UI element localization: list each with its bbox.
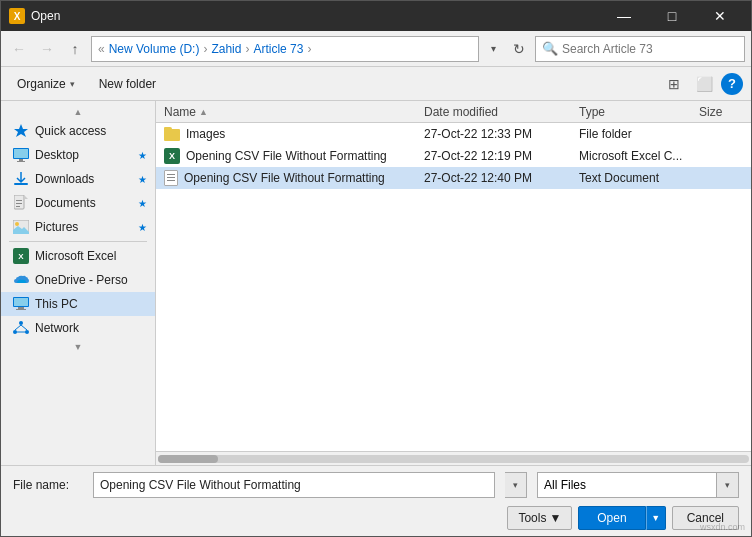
txt-file-icon bbox=[164, 170, 178, 186]
svg-rect-3 bbox=[19, 159, 23, 161]
file-type-images: File folder bbox=[579, 127, 699, 141]
breadcrumb-dropdown-button[interactable]: ▾ bbox=[483, 36, 503, 62]
window-title: Open bbox=[31, 9, 601, 23]
search-icon: 🔍 bbox=[542, 41, 558, 56]
svg-point-11 bbox=[15, 222, 19, 226]
desktop-pin-icon: ★ bbox=[138, 150, 147, 161]
filename-input-wrap bbox=[93, 472, 495, 498]
scroll-thumb[interactable] bbox=[158, 455, 218, 463]
sort-arrow-icon: ▲ bbox=[199, 107, 208, 117]
breadcrumb-folder1[interactable]: Zahid bbox=[211, 42, 241, 56]
back-button[interactable]: ← bbox=[7, 37, 31, 61]
filename-input[interactable] bbox=[93, 472, 495, 498]
breadcrumb-sep1: « bbox=[98, 42, 105, 56]
minimize-button[interactable]: — bbox=[601, 1, 647, 31]
sidebar-label-documents: Documents bbox=[35, 196, 96, 210]
svg-rect-2 bbox=[14, 149, 28, 158]
up-button[interactable]: ↑ bbox=[63, 37, 87, 61]
search-box: 🔍 bbox=[535, 36, 745, 62]
breadcrumb-folder2[interactable]: Article 73 bbox=[253, 42, 303, 56]
filename-label: File name: bbox=[13, 478, 83, 492]
file-list: Images 27-Oct-22 12:33 PM File folder X … bbox=[156, 123, 751, 451]
svg-rect-5 bbox=[14, 183, 28, 185]
organize-dropdown-icon: ▾ bbox=[70, 79, 75, 89]
action-row: Tools ▼ Open ▼ Cancel bbox=[13, 506, 739, 530]
sidebar-item-onedrive[interactable]: OneDrive - Perso bbox=[1, 268, 155, 292]
tools-button[interactable]: Tools ▼ bbox=[507, 506, 572, 530]
col-header-type[interactable]: Type bbox=[579, 105, 699, 119]
svg-rect-4 bbox=[17, 161, 25, 162]
svg-line-19 bbox=[15, 325, 21, 330]
sidebar-scroll-up: ▲ bbox=[1, 105, 155, 119]
file-date-images: 27-Oct-22 12:33 PM bbox=[424, 127, 579, 141]
filetype-dropdown-button[interactable]: ▾ bbox=[717, 472, 739, 498]
toolbar: Organize ▾ New folder ⊞ ⬜ ? bbox=[1, 67, 751, 101]
sidebar-label-pictures: Pictures bbox=[35, 220, 78, 234]
breadcrumb-drive[interactable]: New Volume (D:) bbox=[109, 42, 200, 56]
refresh-button[interactable]: ↻ bbox=[507, 37, 531, 61]
filename-dropdown-button[interactable]: ▾ bbox=[505, 472, 527, 498]
pane-button[interactable]: ⬜ bbox=[691, 71, 717, 97]
desktop-icon bbox=[13, 147, 29, 163]
file-name-txt-csv: Opening CSV File Without Formatting bbox=[164, 170, 424, 186]
onedrive-icon bbox=[13, 272, 29, 288]
file-name-images: Images bbox=[164, 127, 424, 141]
breadcrumb-arrow2: › bbox=[245, 42, 249, 56]
sidebar-item-pictures[interactable]: Pictures ★ bbox=[1, 215, 155, 239]
maximize-button[interactable]: □ bbox=[649, 1, 695, 31]
filename-row: File name: ▾ All Files CSV Files (*.csv)… bbox=[13, 472, 739, 498]
svg-line-20 bbox=[21, 325, 27, 330]
file-date-excel-csv: 27-Oct-22 12:19 PM bbox=[424, 149, 579, 163]
filetype-select-wrap: All Files CSV Files (*.csv) Text Files (… bbox=[537, 472, 739, 498]
sidebar-label-network: Network bbox=[35, 321, 79, 335]
window-controls: — □ ✕ bbox=[601, 1, 743, 31]
organize-button[interactable]: Organize ▾ bbox=[9, 74, 83, 94]
col-header-date[interactable]: Date modified bbox=[424, 105, 579, 119]
new-folder-button[interactable]: New folder bbox=[91, 74, 164, 94]
downloads-pin-icon: ★ bbox=[138, 174, 147, 185]
svg-rect-7 bbox=[16, 200, 22, 201]
sidebar-item-quick-access[interactable]: Quick access bbox=[1, 119, 155, 143]
open-button[interactable]: Open bbox=[578, 506, 645, 530]
col-header-size[interactable]: Size bbox=[699, 105, 743, 119]
sidebar-item-desktop[interactable]: Desktop ★ bbox=[1, 143, 155, 167]
network-icon bbox=[13, 320, 29, 336]
breadcrumb-arrow1: › bbox=[203, 42, 207, 56]
title-bar: X Open — □ ✕ bbox=[1, 1, 751, 31]
open-button-wrap: Open ▼ bbox=[578, 506, 665, 530]
watermark: wsxdn.com bbox=[700, 522, 745, 532]
filetype-select[interactable]: All Files CSV Files (*.csv) Text Files (… bbox=[537, 472, 717, 498]
svg-point-16 bbox=[19, 321, 23, 325]
app-icon: X bbox=[9, 8, 25, 24]
sidebar-item-microsoft-excel[interactable]: X Microsoft Excel bbox=[1, 244, 155, 268]
horizontal-scrollbar[interactable] bbox=[156, 451, 751, 465]
view-mode-button[interactable]: ⊞ bbox=[661, 71, 687, 97]
help-button[interactable]: ? bbox=[721, 73, 743, 95]
sidebar-item-this-pc[interactable]: This PC bbox=[1, 292, 155, 316]
file-table-header: Name ▲ Date modified Type Size bbox=[156, 101, 751, 123]
main-content: ▲ Quick access Desktop ★ Down bbox=[1, 101, 751, 465]
toolbar-right: ⊞ ⬜ ? bbox=[661, 71, 743, 97]
forward-button[interactable]: → bbox=[35, 37, 59, 61]
sidebar-label-downloads: Downloads bbox=[35, 172, 94, 186]
table-row[interactable]: Images 27-Oct-22 12:33 PM File folder bbox=[156, 123, 751, 145]
table-row[interactable]: X Opening CSV File Without Formatting 27… bbox=[156, 145, 751, 167]
sidebar: ▲ Quick access Desktop ★ Down bbox=[1, 101, 156, 465]
sidebar-item-documents[interactable]: Documents ★ bbox=[1, 191, 155, 215]
col-header-name[interactable]: Name ▲ bbox=[164, 105, 424, 119]
documents-icon bbox=[13, 195, 29, 211]
tools-arrow-icon: ▼ bbox=[549, 511, 561, 525]
tools-label: Tools bbox=[518, 511, 546, 525]
file-date-txt-csv: 27-Oct-22 12:40 PM bbox=[424, 171, 579, 185]
close-button[interactable]: ✕ bbox=[697, 1, 743, 31]
search-input[interactable] bbox=[562, 42, 738, 56]
address-bar: ← → ↑ « New Volume (D:) › Zahid › Articl… bbox=[1, 31, 751, 67]
svg-rect-9 bbox=[16, 206, 20, 207]
sidebar-item-downloads[interactable]: Downloads ★ bbox=[1, 167, 155, 191]
this-pc-icon bbox=[13, 296, 29, 312]
open-dropdown-button[interactable]: ▼ bbox=[646, 506, 666, 530]
excel-icon-sidebar: X bbox=[13, 248, 29, 264]
sidebar-scroll-down: ▼ bbox=[1, 340, 155, 354]
table-row[interactable]: Opening CSV File Without Formatting 27-O… bbox=[156, 167, 751, 189]
sidebar-item-network[interactable]: Network bbox=[1, 316, 155, 340]
